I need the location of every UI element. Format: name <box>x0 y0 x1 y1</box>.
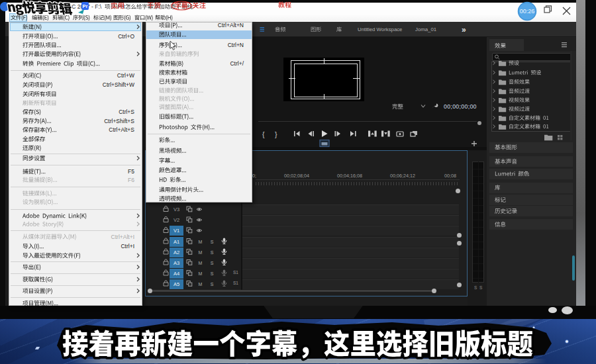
svg-text:S: S <box>211 282 214 287</box>
svg-text:M: M <box>199 250 203 255</box>
svg-text:S1: S1 <box>233 270 238 275</box>
svg-text:S: S <box>474 285 477 290</box>
svg-text:S: S <box>211 240 214 244</box>
svg-text:00;04;16;08: 00;04;16;08 <box>337 173 362 179</box>
svg-text:Untitled Workspace: Untitled Workspace <box>358 26 402 32</box>
svg-text:Joma_01: Joma_01 <box>415 26 436 32</box>
svg-text:V2: V2 <box>174 217 179 223</box>
svg-text:»: » <box>462 25 466 34</box>
svg-text:{: { <box>262 130 265 138</box>
svg-text:A4: A4 <box>174 271 179 277</box>
svg-text:S1: S1 <box>233 281 238 285</box>
svg-text:M: M <box>199 282 203 287</box>
svg-text:A3: A3 <box>174 260 179 266</box>
svg-text:Ctrl+W: Ctrl+W <box>117 72 134 79</box>
svg-text:Pr: Pr <box>83 3 88 9</box>
svg-text:V3: V3 <box>174 206 179 212</box>
svg-text:F6: F6 <box>128 177 134 183</box>
svg-text:Ctrl+O: Ctrl+O <box>118 33 134 40</box>
svg-text:M: M <box>199 271 203 276</box>
svg-text:Ctrl+I: Ctrl+I <box>121 243 134 250</box>
svg-text:Ctrl+N: Ctrl+N <box>228 42 244 48</box>
svg-text:Ctrl+S: Ctrl+S <box>119 109 134 115</box>
svg-text:F5: F5 <box>128 168 134 175</box>
svg-text:Ctrl+Shift+W: Ctrl+Shift+W <box>103 81 134 88</box>
svg-text:S: S <box>211 271 214 276</box>
svg-text:Ctrl+Alt+S: Ctrl+Alt+S <box>109 126 134 133</box>
svg-text:A2: A2 <box>174 250 179 255</box>
svg-text:00;02;08;04: 00;02;08;04 <box>284 173 309 179</box>
svg-text:Ctrl+Alt+I: Ctrl+Alt+I <box>111 234 134 240</box>
svg-text:V1: V1 <box>174 228 179 234</box>
svg-text:00;08: 00;08 <box>444 173 456 179</box>
svg-text:M: M <box>199 261 203 265</box>
svg-text:00;06;24;12: 00;06;24;12 <box>390 173 415 179</box>
svg-text:A1: A1 <box>174 239 179 245</box>
svg-text:00:26: 00:26 <box>520 8 535 15</box>
svg-text:S: S <box>211 261 214 265</box>
svg-text:A5: A5 <box>174 281 179 287</box>
svg-text:M: M <box>199 240 203 244</box>
svg-text:S: S <box>479 285 483 290</box>
svg-text:S: S <box>211 250 214 255</box>
svg-text:0;: 0; <box>252 173 256 179</box>
svg-text:Ctrl+/: Ctrl+/ <box>230 60 244 67</box>
svg-text:}: } <box>275 130 277 138</box>
svg-text:00;00;00;00: 00;00;00;00 <box>444 103 477 110</box>
svg-text:Ctrl+Shift+S: Ctrl+Shift+S <box>104 118 134 124</box>
svg-text:Ctrl+Alt+N: Ctrl+Alt+N <box>218 22 244 28</box>
